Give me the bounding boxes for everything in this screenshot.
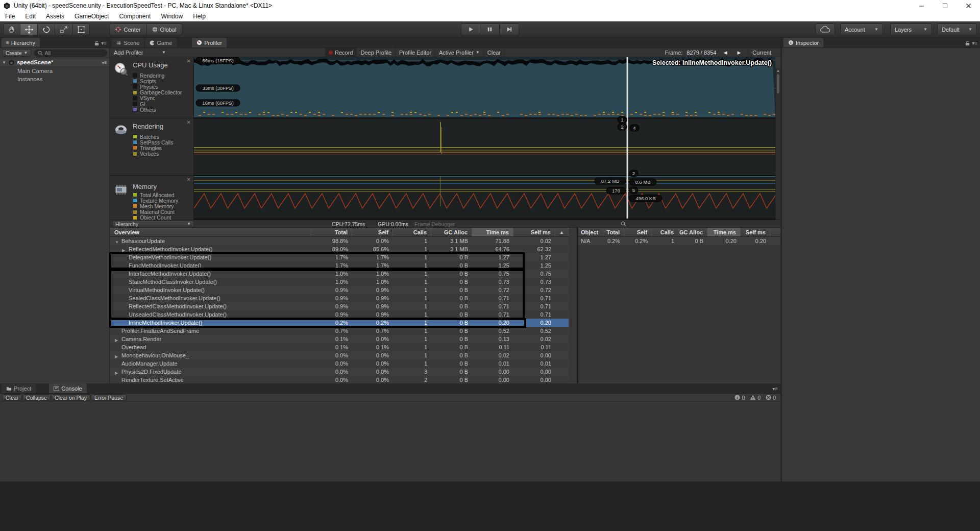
prev-frame-button[interactable]: ◀ — [720, 50, 730, 55]
column-header[interactable]: Total — [604, 228, 624, 236]
column-header[interactable]: Object — [578, 228, 604, 236]
scene-header-row[interactable]: ▼ speedScene* ▾≡ — [0, 58, 109, 67]
legend-item[interactable]: Object Count — [133, 215, 178, 220]
legend-item[interactable]: SetPass Calls — [133, 139, 173, 145]
legend-item[interactable]: Scripts — [133, 78, 182, 84]
legend-item[interactable]: Texture Memory — [133, 198, 178, 203]
menu-window[interactable]: Window — [156, 13, 188, 20]
menu-help[interactable]: Help — [188, 13, 211, 20]
rect-tool-button[interactable] — [72, 23, 90, 35]
profile-editor-toggle[interactable]: Profile Editor — [396, 48, 435, 57]
play-button[interactable] — [461, 23, 480, 35]
column-header-sorted[interactable]: Time ms — [707, 228, 741, 236]
tab-hierarchy[interactable]: ≡ Hierarchy — [2, 38, 40, 47]
close-button[interactable] — [957, 0, 980, 11]
legend-item[interactable]: Batches — [133, 134, 173, 139]
row-foldout-arrow[interactable]: ▶ — [115, 354, 118, 358]
cloud-button[interactable] — [816, 23, 835, 35]
clear-button[interactable]: Clear — [484, 48, 505, 57]
close-icon[interactable]: ✕ — [187, 58, 191, 64]
view-mode-dropdown[interactable]: Hierarchy▼ — [112, 221, 194, 227]
legend-item[interactable]: Mesh Memory — [133, 203, 178, 209]
legend-item[interactable]: Physics — [133, 84, 182, 89]
row-foldout-arrow[interactable]: ▶ — [115, 371, 118, 375]
console-info-counter[interactable]: 0 — [732, 395, 747, 401]
create-button[interactable]: Create▼ — [2, 49, 31, 57]
menu-assets[interactable]: Assets — [41, 13, 69, 20]
clear-on-play-button[interactable]: Clear on Play — [51, 394, 90, 401]
add-profiler-dropdown[interactable]: Add Profiler▼ — [110, 48, 169, 57]
minimize-button[interactable] — [910, 0, 933, 11]
maximize-button[interactable] — [933, 0, 957, 11]
tab-game[interactable]: Game — [145, 38, 177, 47]
column-header[interactable]: Self ms — [741, 228, 770, 236]
console-error-counter[interactable]: 0 — [763, 395, 778, 401]
column-header[interactable]: GC Alloc — [678, 228, 707, 236]
pivot-center-button[interactable]: Center — [110, 23, 146, 35]
scale-tool-button[interactable] — [55, 23, 72, 35]
table-row[interactable]: ▶Physics2D.FixedUpdate0.0%0.0%30 B0.000.… — [110, 368, 569, 376]
table-row[interactable]: Profiler.FinalizeAndSendFrame0.7%0.7%10 … — [110, 327, 569, 335]
menu-component[interactable]: Component — [114, 13, 156, 20]
row-foldout-arrow[interactable]: ▶ — [115, 338, 118, 342]
lock-icon[interactable] — [94, 40, 99, 46]
profiler-charts[interactable]: 66ms (15FPS)33ms (30FPS)16ms (60FPS)Sele… — [194, 57, 775, 220]
rotate-tool-button[interactable] — [38, 23, 55, 35]
column-header[interactable]: Self ms — [513, 228, 555, 236]
legend-item[interactable]: Vertices — [133, 151, 173, 157]
table-row[interactable]: ▼BehaviourUpdate98.8%0.0%13.1 MB71.880.0… — [110, 237, 569, 245]
pane-menu-icon[interactable]: ▾≡ — [102, 60, 107, 65]
tab-project[interactable]: Project — [2, 384, 36, 393]
column-header[interactable]: Self — [624, 228, 652, 236]
menu-file[interactable]: File — [0, 13, 20, 20]
column-header[interactable]: Overview — [110, 228, 311, 236]
scrollbar-thumb[interactable] — [777, 74, 779, 93]
tab-scene[interactable]: Scene — [112, 38, 144, 47]
module-rendering[interactable]: Rendering ✕ BatchesSetPass CallsTriangle… — [110, 118, 193, 176]
table-row[interactable]: N/A0.2%0.2%10 B0.200.20 — [578, 237, 780, 245]
legend-item[interactable]: Rendering — [133, 73, 182, 78]
column-header[interactable]: Calls — [393, 228, 431, 236]
close-icon[interactable]: ✕ — [187, 119, 191, 125]
current-frame-button[interactable]: Current — [748, 50, 775, 56]
clear-button[interactable]: Clear — [2, 394, 22, 401]
hierarchy-search-input[interactable]: All — [34, 50, 107, 57]
record-toggle[interactable]: Record — [325, 48, 357, 57]
column-header[interactable]: GC Alloc — [431, 228, 472, 236]
layout-dropdown[interactable]: Default▼ — [937, 23, 977, 35]
scroll-up-icon[interactable]: ▲ — [776, 68, 780, 73]
space-global-button[interactable]: Global — [146, 23, 182, 35]
step-button[interactable] — [500, 23, 519, 35]
menu-gameobject[interactable]: GameObject — [69, 13, 114, 20]
foldout-arrow-icon[interactable]: ▼ — [2, 60, 6, 65]
row-foldout-arrow[interactable]: ▶ — [122, 248, 125, 252]
tab-inspector[interactable]: Inspector — [783, 38, 823, 47]
legend-item[interactable]: Gi — [133, 101, 182, 107]
legend-item[interactable]: Others — [133, 107, 182, 112]
tree-item[interactable]: Instances — [0, 75, 109, 83]
column-header[interactable]: Calls — [652, 228, 678, 236]
sort-ascending-icon[interactable]: ▲ — [555, 228, 569, 236]
module-cpu-usage[interactable]: CPU Usage ✕ RenderingScriptsPhysicsGarba… — [110, 57, 193, 118]
tab-console[interactable]: Console — [49, 383, 86, 393]
pane-menu-icon[interactable]: ▾≡ — [972, 40, 977, 46]
pause-button[interactable] — [480, 23, 500, 35]
legend-item[interactable]: Material Count — [133, 209, 178, 215]
pane-menu-icon[interactable]: ▾≡ — [101, 40, 107, 46]
next-frame-button[interactable]: ▶ — [734, 50, 744, 55]
table-row[interactable]: RenderTexture.SetActive0.0%0.0%20 B0.000… — [110, 376, 569, 383]
charts-scrollbar[interactable]: ▲ ▼ — [775, 68, 780, 230]
table-row[interactable]: ▶Camera.Render0.1%0.0%10 B0.130.02 — [110, 335, 569, 343]
column-header[interactable]: Self — [352, 228, 393, 236]
deep-profile-toggle[interactable]: Deep Profile — [357, 48, 396, 57]
hand-tool-button[interactable] — [3, 23, 20, 35]
active-profiler-dropdown[interactable]: Active Profiler▼ — [435, 48, 484, 57]
column-header-sorted[interactable]: Time ms — [472, 228, 513, 236]
move-tool-button[interactable] — [20, 23, 38, 35]
console-warning-counter[interactable]: 0 — [747, 395, 763, 401]
lock-icon[interactable] — [965, 40, 970, 46]
column-header[interactable]: Total — [311, 228, 352, 236]
account-dropdown[interactable]: Account▼ — [840, 23, 883, 35]
error-pause-button[interactable]: Error Pause — [91, 394, 127, 401]
legend-item[interactable]: GarbageCollector — [133, 90, 182, 95]
